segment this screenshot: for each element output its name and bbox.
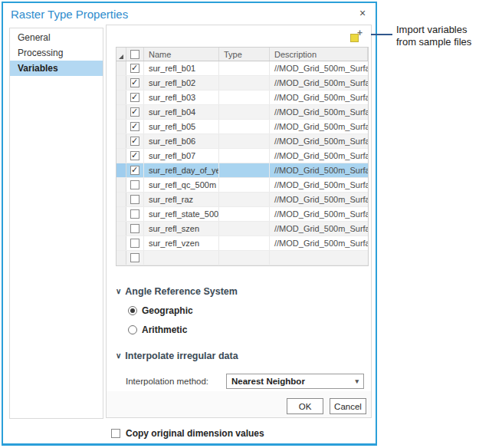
row-description[interactable]: //MOD_Grid_500m_Surface_Ref... xyxy=(270,149,368,163)
row-gutter[interactable] xyxy=(116,134,126,148)
row-gutter[interactable] xyxy=(116,163,126,177)
row-gutter[interactable] xyxy=(116,120,126,133)
row-type[interactable] xyxy=(219,61,270,75)
row-description[interactable]: //MOD_Grid_500m_Surface_Ref... xyxy=(270,134,368,148)
table-row[interactable]: sur_refl_b04//MOD_Grid_500m_Surface_Ref.… xyxy=(116,105,368,120)
sidebar-item-processing[interactable]: Processing xyxy=(10,45,103,61)
table-row[interactable]: sur_refl_b01//MOD_Grid_500m_Surface_Ref.… xyxy=(116,61,368,76)
table-row[interactable]: sur_refl_b02//MOD_Grid_500m_Surface_Ref.… xyxy=(116,76,368,91)
row-name[interactable]: sur_refl_b01 xyxy=(144,61,219,75)
row-gutter[interactable] xyxy=(116,76,126,90)
table-row[interactable]: sur_refl_b05//MOD_Grid_500m_Surface_Ref.… xyxy=(116,120,368,134)
row-type[interactable] xyxy=(219,236,270,250)
row-type[interactable] xyxy=(219,91,270,104)
row-gutter[interactable] xyxy=(116,193,126,206)
row-type[interactable] xyxy=(219,163,270,177)
radio-button-icon[interactable] xyxy=(128,306,137,315)
table-row[interactable]: sur_refl_raz//MOD_Grid_500m_Surface_Ref.… xyxy=(116,193,368,207)
select-all-checkbox[interactable] xyxy=(130,50,139,59)
table-row[interactable]: sur_refl_szen//MOD_Grid_500m_Surface_Ref… xyxy=(116,222,368,236)
row-gutter[interactable] xyxy=(116,236,126,250)
row-checkbox[interactable] xyxy=(130,64,139,73)
radio-geographic[interactable]: Geographic xyxy=(128,305,371,316)
table-row[interactable]: sur_refl_b03//MOD_Grid_500m_Surface_Ref.… xyxy=(116,91,368,105)
row-description[interactable]: //MOD_Grid_500m_Surface_Ref... xyxy=(270,222,368,236)
row-description[interactable]: //MOD_Grid_500m_Surface_Ref... xyxy=(270,207,368,221)
row-type[interactable] xyxy=(219,207,270,221)
row-checkbox[interactable] xyxy=(130,122,139,131)
row-type[interactable] xyxy=(219,105,270,119)
row-description[interactable]: //MOD_Grid_500m_Surface_Ref... xyxy=(270,61,368,75)
row-name[interactable]: sur_refl_b07 xyxy=(144,149,219,163)
close-icon[interactable]: × xyxy=(356,6,369,20)
column-header-name[interactable]: Name xyxy=(144,48,219,61)
row-description[interactable]: //MOD_Grid_500m_Surface_Ref... xyxy=(270,76,368,90)
section-interpolate-irregular-data[interactable]: ∨ Interpolate irregular data xyxy=(116,351,371,361)
row-description[interactable]: //MOD_Grid_500m_Surface_Ref... xyxy=(270,163,368,177)
row-checkbox[interactable] xyxy=(130,224,139,233)
table-row[interactable] xyxy=(116,251,368,265)
row-gutter[interactable] xyxy=(116,207,126,221)
table-row[interactable]: sur_refl_b07//MOD_Grid_500m_Surface_Ref.… xyxy=(116,149,368,163)
radio-arithmetic[interactable]: Arithmetic xyxy=(128,324,371,335)
row-name[interactable]: sur_refl_b06 xyxy=(144,134,219,148)
row-gutter[interactable] xyxy=(116,178,126,192)
import-variables-button[interactable]: + xyxy=(350,31,363,42)
row-type[interactable] xyxy=(219,149,270,163)
row-description[interactable]: //MOD_Grid_500m_Surface_Ref... xyxy=(270,236,368,250)
row-name[interactable]: sur_refl_state_500m xyxy=(144,207,219,221)
row-type[interactable] xyxy=(219,251,270,265)
radio-button-icon[interactable] xyxy=(128,325,137,334)
row-name[interactable] xyxy=(144,251,219,265)
row-checkbox[interactable] xyxy=(130,209,139,219)
row-type[interactable] xyxy=(219,178,270,192)
column-header-type[interactable]: Type xyxy=(219,48,270,61)
row-type[interactable] xyxy=(219,222,270,236)
row-type[interactable] xyxy=(219,134,270,148)
row-description[interactable]: //MOD_Grid_500m_Surface_Ref... xyxy=(270,120,368,133)
row-name[interactable]: sur_refl_b05 xyxy=(144,120,219,133)
row-name[interactable]: sur_refl_b03 xyxy=(144,91,219,104)
row-name[interactable]: sur_refl_qc_500m xyxy=(144,178,219,192)
interpolation-method-dropdown[interactable]: Nearest Neighbor ▾ xyxy=(226,374,364,389)
table-row[interactable]: sur_refl_vzen//MOD_Grid_500m_Surface_Ref… xyxy=(116,236,368,251)
table-row[interactable]: sur_refl_qc_500m//MOD_Grid_500m_Surface_… xyxy=(116,178,368,193)
table-row[interactable]: sur_refl_state_500m//MOD_Grid_500m_Surfa… xyxy=(116,207,368,222)
row-checkbox[interactable] xyxy=(130,137,139,146)
row-name[interactable]: sur_refl_day_of_year xyxy=(144,163,219,177)
copy-checkbox[interactable] xyxy=(111,429,120,438)
row-name[interactable]: sur_refl_vzen xyxy=(144,236,219,250)
column-header-description[interactable]: Description xyxy=(270,48,368,61)
row-gutter[interactable] xyxy=(116,61,126,75)
row-gutter[interactable] xyxy=(116,149,126,163)
row-name[interactable]: sur_refl_b04 xyxy=(144,105,219,119)
cancel-button[interactable]: Cancel xyxy=(330,398,366,414)
row-checkbox[interactable] xyxy=(130,78,139,87)
table-row[interactable]: sur_refl_day_of_year//MOD_Grid_500m_Surf… xyxy=(116,163,368,178)
row-checkbox[interactable] xyxy=(130,166,139,175)
row-checkbox[interactable] xyxy=(130,180,139,189)
sidebar-item-general[interactable]: General xyxy=(10,30,103,45)
row-description[interactable]: //MOD_Grid_500m_Surface_Ref... xyxy=(270,105,368,119)
row-type[interactable] xyxy=(219,76,270,90)
row-checkbox[interactable] xyxy=(130,93,139,102)
row-description[interactable]: //MOD_Grid_500m_Surface_Ref... xyxy=(270,178,368,192)
row-name[interactable]: sur_refl_b02 xyxy=(144,76,219,90)
ok-button[interactable]: OK xyxy=(287,398,323,414)
row-gutter[interactable] xyxy=(116,222,126,236)
row-name[interactable]: sur_refl_raz xyxy=(144,193,219,206)
row-type[interactable] xyxy=(219,193,270,206)
expand-all-corner[interactable] xyxy=(116,48,126,61)
row-gutter[interactable] xyxy=(116,91,126,104)
row-checkbox[interactable] xyxy=(130,239,139,248)
copy-original-dimension-values[interactable]: Copy original dimension values xyxy=(111,428,371,439)
row-gutter[interactable] xyxy=(116,105,126,119)
sidebar-item-variables[interactable]: Variables xyxy=(10,61,103,76)
row-description[interactable]: //MOD_Grid_500m_Surface_Ref... xyxy=(270,91,368,104)
row-checkbox[interactable] xyxy=(130,195,139,204)
row-checkbox[interactable] xyxy=(130,151,139,160)
row-checkbox[interactable] xyxy=(130,253,139,262)
row-type[interactable] xyxy=(219,120,270,133)
row-name[interactable]: sur_refl_szen xyxy=(144,222,219,236)
row-description[interactable]: //MOD_Grid_500m_Surface_Ref... xyxy=(270,193,368,206)
